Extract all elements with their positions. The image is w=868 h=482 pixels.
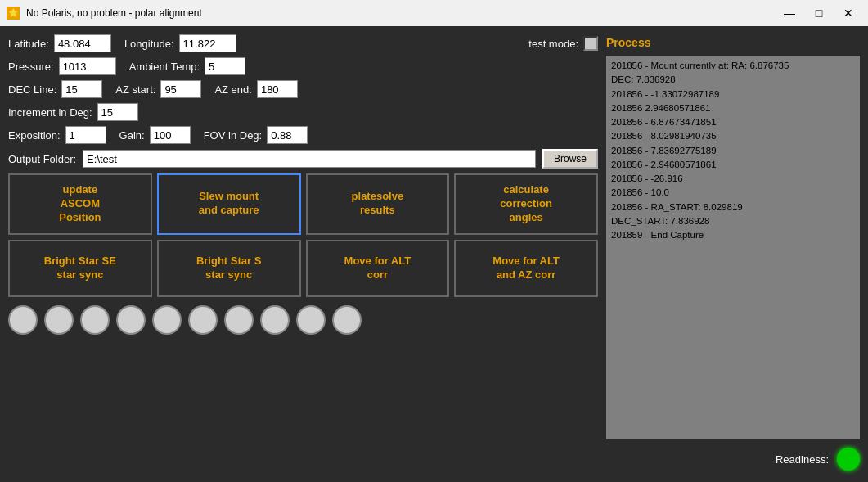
ambient-temp-group: Ambient Temp: bbox=[129, 57, 245, 75]
indicator-9 bbox=[332, 305, 362, 335]
pressure-label: Pressure: bbox=[8, 61, 54, 73]
close-button[interactable]: ✕ bbox=[835, 2, 861, 25]
fov-group: FOV in Deg: bbox=[204, 126, 308, 144]
gain-input[interactable] bbox=[150, 126, 191, 144]
readiness-row: Readiness: bbox=[606, 444, 860, 474]
pressure-input[interactable] bbox=[59, 57, 116, 75]
window-title: No Polaris, no problem - polar alignment bbox=[26, 7, 770, 19]
output-folder-input[interactable] bbox=[83, 150, 536, 168]
log-line: 201856 - -26.916 bbox=[611, 172, 855, 186]
form-row-4: Increment in Deg: bbox=[8, 103, 598, 121]
action-btn-bright-star-se[interactable]: Bright Star SE star sync bbox=[8, 240, 152, 297]
increment-label: Increment in Deg: bbox=[8, 106, 92, 119]
indicator-1 bbox=[44, 305, 74, 335]
indicators-row bbox=[8, 305, 598, 335]
az-end-group: AZ end: bbox=[214, 80, 298, 98]
output-folder-row: Output Folder: Browse bbox=[8, 149, 598, 169]
log-line: 201856 - Mount currently at: RA: 6.87673… bbox=[611, 59, 855, 73]
pressure-group: Pressure: bbox=[8, 57, 116, 75]
action-btn-update-ascom[interactable]: update ASCOM Position bbox=[8, 173, 152, 235]
form-row-3: DEC Line: AZ start: AZ end: bbox=[8, 80, 598, 98]
increment-group: Increment in Deg: bbox=[8, 103, 138, 121]
log-line: DEC_START: 7.836928 bbox=[611, 214, 855, 228]
indicator-8 bbox=[296, 305, 326, 335]
test-mode-group: test mode: bbox=[528, 36, 598, 51]
readiness-label: Readiness: bbox=[776, 453, 829, 466]
title-bar: 🌟 No Polaris, no problem - polar alignme… bbox=[0, 0, 868, 26]
increment-input[interactable] bbox=[97, 103, 138, 121]
log-line: 201856 2.94680571861 bbox=[611, 101, 855, 115]
az-start-label: AZ start: bbox=[115, 83, 155, 96]
indicator-3 bbox=[116, 305, 146, 335]
log-line: 201856 - 8.02981940735 bbox=[611, 129, 855, 143]
form-row-2: Pressure: Ambient Temp: bbox=[8, 57, 598, 75]
exposition-group: Exposition: bbox=[8, 126, 106, 144]
left-panel: Latitude: Longitude: test mode: Pressure… bbox=[8, 34, 598, 474]
az-end-label: AZ end: bbox=[214, 83, 252, 96]
minimize-button[interactable]: — bbox=[776, 2, 803, 25]
main-content: Latitude: Longitude: test mode: Pressure… bbox=[0, 26, 868, 482]
action-btn-slew-mount[interactable]: Slew mount and capture bbox=[157, 173, 301, 235]
fov-label: FOV in Deg: bbox=[204, 129, 263, 142]
longitude-label: Longitude: bbox=[124, 38, 174, 50]
test-mode-label: test mode: bbox=[528, 38, 578, 50]
form-row-5: Exposition: Gain: FOV in Deg: bbox=[8, 126, 598, 144]
action-btn-platesolve[interactable]: platesolve results bbox=[306, 173, 450, 235]
indicator-0 bbox=[8, 305, 38, 335]
right-panel: Process 201856 - Mount currently at: RA:… bbox=[606, 34, 860, 474]
log-line: 201859 - End Capture bbox=[611, 228, 855, 242]
az-end-input[interactable] bbox=[257, 80, 298, 98]
az-start-input[interactable] bbox=[160, 80, 201, 98]
ambient-temp-label: Ambient Temp: bbox=[129, 61, 200, 73]
gain-label: Gain: bbox=[119, 129, 145, 142]
form-row-1: Latitude: Longitude: test mode: bbox=[8, 34, 598, 52]
action-btn-move-alt[interactable]: Move for ALT corr bbox=[306, 240, 450, 297]
log-line: 201856 - 10.0 bbox=[611, 186, 855, 200]
indicator-6 bbox=[224, 305, 254, 335]
window-controls: — □ ✕ bbox=[776, 2, 861, 25]
action-btn-move-alt-az[interactable]: Move for ALT and AZ corr bbox=[454, 240, 598, 297]
indicator-2 bbox=[80, 305, 110, 335]
indicator-5 bbox=[188, 305, 218, 335]
az-start-group: AZ start: bbox=[115, 80, 201, 98]
latitude-input[interactable] bbox=[54, 34, 111, 52]
latitude-label: Latitude: bbox=[8, 38, 49, 50]
process-log: 201856 - Mount currently at: RA: 6.87673… bbox=[606, 56, 860, 439]
log-line: 201856 - 7.83692775189 bbox=[611, 144, 855, 158]
readiness-indicator bbox=[837, 448, 860, 471]
dec-line-input[interactable] bbox=[61, 80, 102, 98]
latitude-group: Latitude: bbox=[8, 34, 111, 52]
ambient-temp-input[interactable] bbox=[205, 57, 245, 75]
browse-button[interactable]: Browse bbox=[542, 149, 598, 169]
dec-line-label: DEC Line: bbox=[8, 83, 56, 96]
log-line: 201856 - -1.33072987189 bbox=[611, 88, 855, 101]
process-title: Process bbox=[606, 34, 860, 51]
indicator-7 bbox=[260, 305, 290, 335]
longitude-input[interactable] bbox=[179, 34, 236, 52]
action-btn-bright-star-s[interactable]: Bright Star S star sync bbox=[157, 240, 301, 297]
output-folder-label: Output Folder: bbox=[8, 153, 76, 165]
fov-input[interactable] bbox=[267, 126, 308, 144]
log-line: 201856 - 2.94680571861 bbox=[611, 158, 855, 172]
exposition-input[interactable] bbox=[65, 126, 106, 144]
maximize-button[interactable]: □ bbox=[806, 2, 832, 25]
action-buttons-grid: update ASCOM PositionSlew mount and capt… bbox=[8, 173, 598, 297]
action-btn-calculate[interactable]: calculate correction angles bbox=[454, 173, 598, 235]
indicator-4 bbox=[152, 305, 182, 335]
test-mode-checkbox[interactable] bbox=[583, 36, 598, 51]
app-icon: 🌟 bbox=[7, 7, 20, 20]
gain-group: Gain: bbox=[119, 126, 191, 144]
longitude-group: Longitude: bbox=[124, 34, 236, 52]
exposition-label: Exposition: bbox=[8, 129, 61, 142]
dec-line-group: DEC Line: bbox=[8, 80, 102, 98]
log-line: 201856 - 6.87673471851 bbox=[611, 115, 855, 129]
log-line: DEC: 7.836928 bbox=[611, 73, 855, 87]
log-line: 201856 - RA_START: 8.029819 bbox=[611, 200, 855, 214]
